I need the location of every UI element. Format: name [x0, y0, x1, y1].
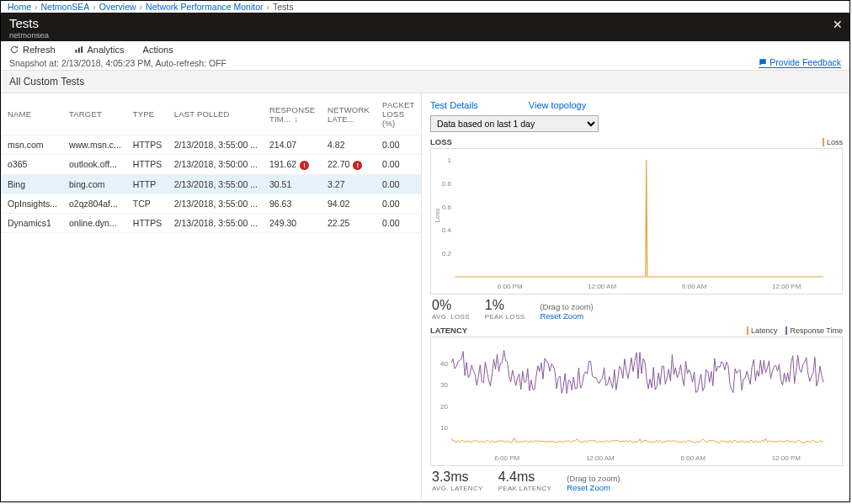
analytics-label: Analytics	[88, 45, 125, 55]
refresh-label: Refresh	[23, 45, 56, 55]
sort-desc-icon: ↓	[294, 114, 298, 124]
loss-avg-value: 0%	[432, 298, 470, 313]
col-network-latency[interactable]: NETWORK LATE...	[321, 93, 375, 135]
svg-text:12:00 AM: 12:00 AM	[588, 283, 616, 290]
toolbar: Refresh Analytics Actions	[1, 41, 849, 56]
svg-text:0.6: 0.6	[442, 204, 452, 211]
svg-text:10: 10	[440, 424, 448, 432]
actions-button[interactable]: Actions	[143, 45, 173, 55]
table-row[interactable]: Bingbing.comHTTP2/13/2018, 3:55:00 ...30…	[1, 174, 421, 194]
details-panel: Test Details View topology Data based on…	[422, 93, 849, 499]
svg-text:40: 40	[440, 360, 448, 368]
refresh-button[interactable]: Refresh	[9, 45, 56, 55]
latency-drag-hint: (Drag to zoom)	[567, 474, 620, 483]
view-topology-link[interactable]: View topology	[529, 100, 586, 110]
crumb-netmonsea[interactable]: NetmonSEA	[41, 2, 90, 12]
page-title: Tests	[9, 16, 841, 30]
svg-text:12:00 PM: 12:00 PM	[772, 454, 801, 462]
loss-peak-label: PEAK LOSS	[485, 313, 525, 321]
latency-avg-label: AVG. LATENCY	[432, 485, 483, 492]
breadcrumb: Home› NetmonSEA› Overview› Network Perfo…	[1, 1, 849, 13]
svg-text:Loss: Loss	[434, 209, 441, 223]
loss-legend: Loss	[823, 138, 843, 146]
crumb-tests: Tests	[273, 2, 294, 12]
alert-icon: !	[353, 161, 362, 170]
svg-text:0.4: 0.4	[442, 226, 452, 234]
loss-reset-zoom[interactable]: Reset Zoom	[540, 311, 593, 321]
close-icon[interactable]: ✕	[833, 18, 843, 31]
svg-text:0.2: 0.2	[442, 250, 452, 257]
svg-text:30: 30	[440, 381, 448, 389]
alert-icon: !	[300, 161, 309, 170]
analytics-icon	[74, 45, 84, 55]
svg-rect-2	[81, 46, 83, 53]
tests-table-panel: NAME TARGET TYPE LAST POLLED RESPONSE TI…	[1, 93, 422, 499]
svg-rect-0	[75, 50, 77, 53]
col-packet-loss[interactable]: PACKET LOSS (%)	[375, 93, 421, 135]
latency-chart[interactable]: 102030406:00 PM12:00 AM6:00 AM12:00 PM	[430, 337, 843, 466]
table-row[interactable]: Dynamics1online.dyn...HTTPS2/13/2018, 3:…	[1, 213, 421, 232]
table-header-row: NAME TARGET TYPE LAST POLLED RESPONSE TI…	[1, 93, 421, 135]
latency-legend-lat: Latency	[747, 326, 778, 335]
col-response-time[interactable]: RESPONSE TIM...↓	[263, 93, 321, 135]
table-row[interactable]: OpInsights...o2qz804af...TCP2/13/2018, 3…	[1, 194, 421, 213]
provide-feedback-link[interactable]: Provide Feedback	[759, 57, 841, 68]
svg-text:6:00 AM: 6:00 AM	[682, 283, 707, 290]
blade-header: Tests netmonsea ✕	[1, 13, 849, 41]
svg-text:12:00 AM: 12:00 AM	[586, 454, 615, 462]
time-range-select[interactable]: Data based on last 1 day	[430, 115, 599, 132]
svg-text:0.8: 0.8	[442, 180, 452, 188]
svg-text:1: 1	[448, 157, 452, 164]
analytics-button[interactable]: Analytics	[74, 45, 125, 55]
loss-title: LOSS	[430, 137, 452, 146]
svg-text:6:00 PM: 6:00 PM	[494, 454, 519, 462]
col-type[interactable]: TYPE	[126, 93, 168, 135]
actions-label: Actions	[143, 45, 173, 55]
col-target[interactable]: TARGET	[62, 93, 126, 135]
svg-text:12:00 PM: 12:00 PM	[772, 283, 801, 290]
crumb-home[interactable]: Home	[8, 2, 31, 12]
crumb-npm[interactable]: Network Performance Monitor	[146, 2, 263, 12]
page-subtitle: netmonsea	[9, 30, 841, 40]
latency-legend-resp: Response Time	[785, 326, 843, 335]
svg-text:20: 20	[440, 403, 448, 411]
loss-avg-label: AVG. LOSS	[432, 313, 470, 321]
loss-chart[interactable]: 0.20.40.60.81Loss6:00 PM12:00 AM6:00 AM1…	[430, 148, 843, 294]
latency-avg-value: 3.3ms	[432, 470, 483, 485]
refresh-icon	[9, 45, 19, 55]
svg-text:6:00 PM: 6:00 PM	[498, 283, 523, 290]
latency-peak-label: PEAK LATENCY	[498, 485, 551, 492]
table-row[interactable]: o365outlook.off...HTTPS2/13/2018, 3:50:0…	[1, 155, 421, 175]
loss-peak-value: 1%	[485, 298, 525, 313]
latency-peak-value: 4.4ms	[498, 470, 551, 485]
latency-chart-block: LATENCY Latency Response Time 102030406:…	[430, 326, 843, 492]
crumb-overview[interactable]: Overview	[99, 2, 136, 12]
latency-reset-zoom[interactable]: Reset Zoom	[567, 483, 620, 492]
feedback-icon	[759, 58, 767, 66]
col-last-polled[interactable]: LAST POLLED	[168, 93, 263, 135]
tests-table: NAME TARGET TYPE LAST POLLED RESPONSE TI…	[1, 93, 421, 233]
loss-drag-hint: (Drag to zoom)	[540, 302, 593, 311]
test-details-link[interactable]: Test Details	[430, 100, 478, 110]
snapshot-text: Snapshot at: 2/13/2018, 4:05:23 PM, Auto…	[9, 58, 226, 68]
table-row[interactable]: msn.comwww.msn.c...HTTPS2/13/2018, 3:55:…	[1, 135, 421, 155]
svg-text:6:00 AM: 6:00 AM	[681, 454, 706, 462]
col-name[interactable]: NAME	[1, 93, 62, 135]
svg-rect-1	[77, 48, 79, 53]
loss-chart-block: LOSS Loss 0.20.40.60.81Loss6:00 PM12:00 …	[430, 137, 843, 321]
latency-title: LATENCY	[430, 326, 467, 335]
section-all-custom-tests: All Custom Tests	[1, 70, 849, 93]
feedback-label: Provide Feedback	[769, 57, 841, 67]
